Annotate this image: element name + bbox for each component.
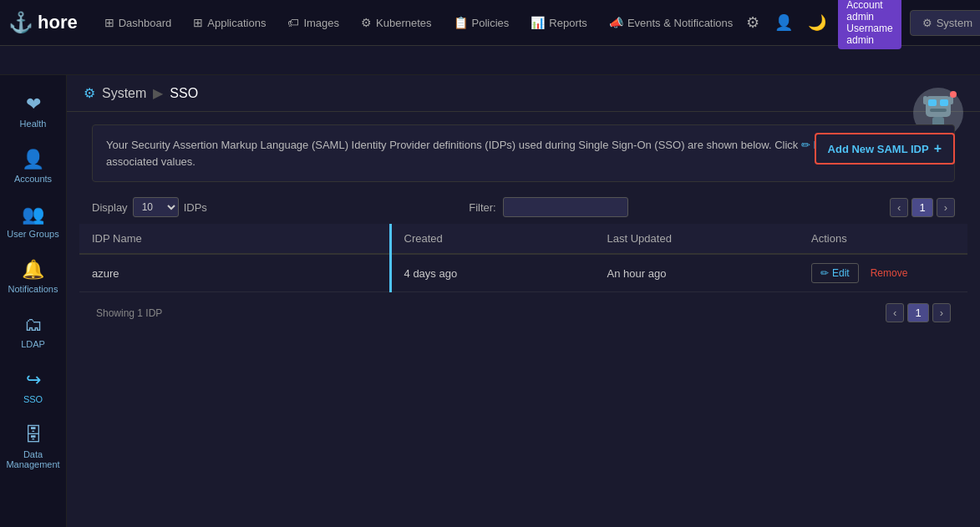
cell-idp-name: azure (79, 254, 390, 292)
svg-point-10 (950, 91, 957, 98)
main-content: ⚙ System ▶ SSO (67, 75, 980, 527)
sidebar: ❤ Health 👤 Accounts 👥 User Groups 🔔 Noti… (0, 75, 67, 527)
description-text-before: Your Security Assertion Markup Language … (106, 139, 801, 151)
health-icon: ❤ (26, 94, 41, 115)
edit-link-icon: ✏ (801, 139, 810, 151)
cell-actions: ✏ Edit Remove (799, 254, 967, 292)
images-icon: 🏷 (287, 16, 299, 29)
next-page-button-top[interactable]: › (937, 198, 955, 217)
sidebar-item-sso[interactable]: ↪ SSO (0, 359, 66, 414)
showing-text: Showing 1 IDP (96, 307, 162, 319)
nav-item-applications[interactable]: ⊞ Applications (183, 9, 276, 36)
description-section: Your Security Assertion Markup Language … (79, 124, 967, 182)
add-saml-label: Add New SAML IDP (828, 143, 929, 155)
filter-label: Filter: (469, 201, 496, 214)
nav-item-kubernetes[interactable]: ⚙ Kubernetes (351, 9, 442, 36)
system-label: System (937, 17, 972, 29)
next-page-button-bottom[interactable]: › (932, 303, 951, 322)
sidebar-label-sso: SSO (23, 394, 43, 404)
moon-icon[interactable]: 🌙 (805, 10, 830, 35)
person-icon[interactable]: 👤 (771, 10, 796, 35)
display-select[interactable]: 10 25 50 100 (133, 197, 179, 217)
sidebar-item-user-groups[interactable]: 👥 User Groups (0, 194, 66, 249)
sidebar-label-user-groups: User Groups (7, 229, 58, 239)
table-controls: Display 10 25 50 100 IDPs Filter: ‹ 1 › (79, 190, 967, 224)
ldap-icon: 🗂 (24, 314, 43, 336)
sidebar-label-ldap: LDAP (21, 339, 45, 349)
nav-label-kubernetes: Kubernetes (376, 17, 432, 29)
table-header-row: IDP Name Created Last Updated Actions (79, 224, 967, 254)
policies-icon: 📋 (454, 16, 468, 29)
sidebar-label-data-management: Data Management (4, 449, 62, 469)
system-button[interactable]: ⚙ System (910, 10, 980, 36)
nav-label-events: Events & Notifications (627, 17, 733, 29)
svg-rect-1 (926, 96, 951, 117)
breadcrumb-gear-icon: ⚙ (84, 85, 95, 101)
nav-right: ⚙ 👤 🌙 Account admin Username admin ⚙ Sys… (743, 0, 980, 49)
logo-text: hore (38, 12, 78, 33)
edit-btn-label: Edit (832, 267, 850, 279)
kubernetes-icon: ⚙ (361, 16, 372, 29)
applications-icon: ⊞ (193, 16, 203, 29)
system-gear-icon: ⚙ (922, 17, 932, 29)
remove-button[interactable]: Remove (866, 264, 913, 282)
idp-table: IDP Name Created Last Updated Actions az… (79, 224, 967, 292)
accounts-icon: 👤 (22, 149, 44, 170)
nav-item-dashboard[interactable]: ⊞ Dashboard (94, 9, 182, 36)
display-control: Display 10 25 50 100 IDPs (92, 197, 207, 217)
cell-created: 4 days ago (390, 254, 594, 292)
col-header-created: Created (390, 224, 594, 254)
plus-icon: + (934, 141, 942, 156)
sidebar-item-ldap[interactable]: 🗂 LDAP (0, 304, 66, 359)
table-footer: Showing 1 IDP ‹ 1 › (79, 296, 967, 329)
nav-item-events-notifications[interactable]: 📣 Events & Notifications (599, 9, 743, 36)
table-row: azure 4 days ago An hour ago ✏ Edit Remo… (79, 254, 967, 292)
filter-control: Filter: (469, 197, 628, 217)
sidebar-item-data-management[interactable]: 🗄 Data Management (0, 414, 66, 479)
user-groups-icon: 👥 (22, 204, 44, 225)
sidebar-item-health[interactable]: ❤ Health (0, 84, 66, 139)
logo: ⚓ hore (8, 11, 78, 34)
current-page-bottom[interactable]: 1 (907, 303, 928, 322)
sidebar-item-accounts[interactable]: 👤 Accounts (0, 139, 66, 194)
sidebar-item-notifications[interactable]: 🔔 Notifications (0, 249, 66, 304)
add-saml-idp-button[interactable]: Add New SAML IDP + (815, 133, 955, 165)
prev-page-button-top[interactable]: ‹ (890, 198, 908, 217)
nav-items: ⊞ Dashboard ⊞ Applications 🏷 Images ⚙ Ku… (94, 9, 744, 36)
action-buttons: ✏ Edit Remove (811, 263, 955, 283)
sidebar-label-accounts: Accounts (14, 174, 52, 184)
nav-item-policies[interactable]: 📋 Policies (444, 9, 520, 36)
col-header-last-updated: Last Updated (595, 224, 799, 254)
sub-header (0, 46, 980, 75)
settings-icon[interactable]: ⚙ (743, 10, 763, 35)
sso-icon: ↪ (26, 369, 41, 391)
breadcrumb-current: SSO (170, 86, 198, 101)
svg-rect-4 (930, 109, 947, 112)
notifications-icon: 🔔 (22, 259, 44, 281)
idps-label: IDPs (184, 201, 207, 214)
sidebar-label-notifications: Notifications (8, 284, 58, 294)
user-badge[interactable]: Account admin Username admin (838, 0, 901, 49)
filter-input[interactable] (503, 197, 628, 217)
logo-icon: ⚓ (8, 11, 33, 34)
cell-last-updated: An hour ago (595, 254, 799, 292)
nav-label-reports: Reports (549, 17, 587, 29)
reports-icon: 📊 (531, 16, 545, 29)
col-header-idp-name: IDP Name (79, 224, 390, 254)
current-page-top[interactable]: 1 (911, 198, 932, 217)
user-badge-text: Account admin Username admin (846, 0, 892, 46)
data-management-icon: 🗄 (24, 424, 43, 446)
prev-page-button-bottom[interactable]: ‹ (886, 303, 904, 322)
content-area: ❤ Health 👤 Accounts 👥 User Groups 🔔 Noti… (0, 75, 980, 527)
sidebar-label-health: Health (20, 119, 47, 129)
svg-rect-2 (928, 99, 937, 106)
events-icon: 📣 (609, 16, 623, 29)
display-label: Display (92, 201, 128, 214)
nav-item-images[interactable]: 🏷 Images (277, 9, 349, 36)
nav-label-images: Images (303, 17, 339, 29)
nav-item-reports[interactable]: 📊 Reports (520, 9, 597, 36)
edit-button[interactable]: ✏ Edit (811, 263, 859, 283)
breadcrumb-separator: ▶ (153, 85, 163, 101)
col-header-actions: Actions (799, 224, 967, 254)
breadcrumb-root: System (102, 86, 146, 101)
